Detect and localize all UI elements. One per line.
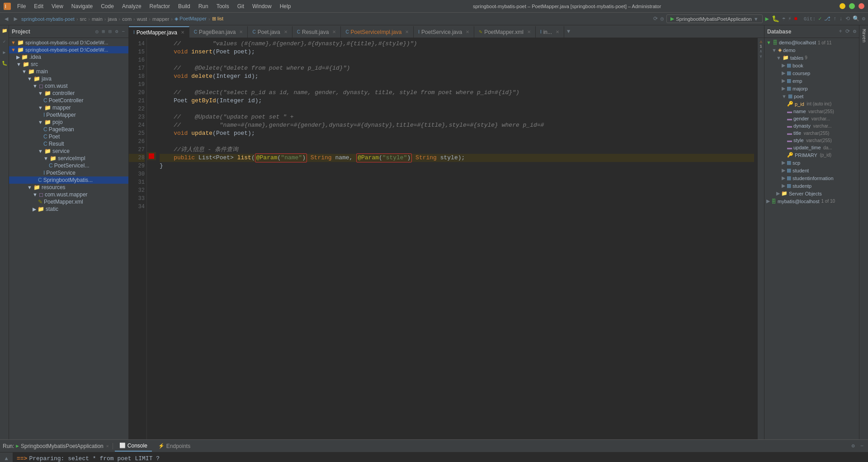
db-item-poet-style[interactable]: ▬ style varchar(255)	[764, 137, 859, 144]
tree-item-serviceimpl[interactable]: ▼ 📁 serviceImpl	[9, 155, 128, 162]
breadcrumb-poetmapper[interactable]: ◈ PoetMapper	[175, 16, 207, 22]
tree-item-poet-class[interactable]: C Poet	[9, 133, 128, 140]
menu-refactor[interactable]: Refactor	[146, 2, 174, 10]
tab-close[interactable]: ✕	[181, 30, 184, 35]
panel-hide-icon[interactable]: −	[121, 28, 126, 35]
menu-window[interactable]: Window	[249, 2, 275, 10]
db-add-icon[interactable]: +	[839, 29, 842, 35]
tree-item-pagebean[interactable]: C PageBean	[9, 126, 128, 133]
breadcrumb-wust[interactable]: wust	[137, 16, 147, 22]
tree-item-root1[interactable]: ▼ 📁 springboot-mybatis-crud D:\Code\W...	[9, 39, 128, 46]
menu-build[interactable]: Build	[175, 2, 194, 10]
db-item-book[interactable]: ▶ ▦ book	[764, 62, 859, 69]
db-item-demo-localhost[interactable]: ▼ 🗄 demo@localhost 1 of 11	[764, 39, 859, 46]
tree-item-main[interactable]: ▼ 📁 main	[9, 68, 128, 75]
tree-item-poetcontroller[interactable]: C PoetController	[9, 97, 128, 104]
tree-item-com-wust[interactable]: ▼ ◻ com.wust	[9, 82, 128, 90]
menu-file[interactable]: File	[14, 2, 29, 10]
db-item-studentinformation[interactable]: ▶ ▦ studentinformation	[764, 174, 859, 182]
run-button[interactable]: ▶	[765, 15, 769, 23]
tab-close[interactable]: ✕	[332, 29, 336, 34]
git-branch[interactable]: ⎇	[824, 15, 830, 22]
db-item-poet-title[interactable]: ▬ title varchar(255)	[764, 129, 859, 137]
tree-item-src[interactable]: ▼ 📁 src	[9, 61, 128, 68]
git-check[interactable]: ✓	[818, 15, 821, 22]
db-item-scp[interactable]: ▶ ▦ scp	[764, 159, 859, 167]
tab-in[interactable]: I in... ✕	[536, 26, 564, 38]
db-item-poet-dynasty[interactable]: ▬ dynasty varchar...	[764, 122, 859, 129]
db-item-server-objects[interactable]: ▶ 📁 Server Objects	[764, 190, 859, 197]
commit-icon[interactable]: ✓	[1, 38, 8, 45]
console-scroll-up[interactable]: ▲	[2, 454, 11, 462]
tree-item-comwustmapper[interactable]: ▼ ◻ com.wust.mapper	[9, 191, 128, 198]
db-item-tables[interactable]: ▼ 📁 tables 9	[764, 54, 859, 62]
breadcrumb-project[interactable]: springboot-mybatis-poet	[21, 16, 75, 22]
breadcrumb-src[interactable]: src	[80, 16, 87, 22]
tree-item-poetservice[interactable]: I PoetService	[9, 169, 128, 176]
tab-poetmapper-java[interactable]: I PoetMapper.java ✕	[129, 26, 189, 38]
endpoints-tab[interactable]: ⚡ Endpoints	[154, 441, 195, 451]
tab-chevron[interactable]: ▼	[564, 29, 573, 35]
db-settings-icon[interactable]: ⚙	[853, 28, 856, 35]
menu-view[interactable]: View	[48, 2, 67, 10]
tree-item-resources[interactable]: ▼ 📁 resources	[9, 184, 128, 191]
run-icon[interactable]: ▶	[1, 49, 8, 56]
db-item-poet[interactable]: ▼ ▦ poet	[764, 92, 859, 100]
menu-edit[interactable]: Edit	[30, 2, 47, 10]
tree-item-result[interactable]: C Result	[9, 140, 128, 148]
db-item-majorp[interactable]: ▶ ▦ majorp	[764, 85, 859, 92]
tab-pagebean[interactable]: C PageBean.java ✕	[189, 26, 248, 38]
menu-tools[interactable]: Tools	[213, 2, 233, 10]
db-item-coursep[interactable]: ▶ ▦ coursep	[764, 69, 859, 77]
db-item-poet-primary[interactable]: 🔑 PRIMARY (p_id)	[764, 151, 859, 159]
run-tab-close[interactable]: ✕	[106, 443, 109, 449]
tree-item-root2[interactable]: ▼ 📁 springboot-mybatis-poet D:\Code\W...	[9, 46, 128, 53]
tree-item-poetmapper-xml[interactable]: ✎ PoetMapper.xml	[9, 198, 128, 205]
tree-item-java[interactable]: ▼ 📁 java	[9, 75, 128, 82]
minimize-button[interactable]	[840, 3, 845, 9]
db-item-poet-updatetime[interactable]: ▬ update_time da...	[764, 144, 859, 151]
db-item-demo-schema[interactable]: ▼ ◈ demo	[764, 46, 859, 54]
menu-code[interactable]: Code	[97, 2, 118, 10]
maximize-button[interactable]	[849, 3, 855, 9]
breadcrumb-com[interactable]: com	[122, 16, 132, 22]
menu-git[interactable]: Git	[234, 2, 248, 10]
panel-collapse-icon[interactable]: ⊟	[108, 28, 113, 35]
git-push[interactable]: ↑	[833, 16, 836, 22]
debug-button[interactable]: 🐛	[772, 15, 779, 23]
panel-settings-icon[interactable]: ⚙	[114, 28, 119, 35]
tree-item-pojo[interactable]: ▼ 📁 pojo	[9, 119, 128, 126]
db-item-mybatis-localhost[interactable]: ▶ 🗄 mybatis@localhost 1 of 10	[764, 197, 859, 205]
bottom-minimize-icon[interactable]: −	[859, 443, 865, 449]
breadcrumb-java[interactable]: java	[108, 16, 117, 22]
stop-button[interactable]: ■	[794, 16, 797, 22]
nav-back-button[interactable]: ◀	[3, 14, 10, 24]
git-pull[interactable]: ↓	[840, 16, 843, 22]
close-button[interactable]	[859, 3, 864, 9]
coverage-button[interactable]: ☂	[782, 15, 785, 22]
search-everywhere-button[interactable]: 🔍	[853, 15, 859, 22]
db-item-poet-pid[interactable]: 🔑 p_id int (auto inc)	[764, 100, 859, 108]
tree-item-static[interactable]: ▶ 📁 static	[9, 205, 128, 213]
tab-close[interactable]: ✕	[239, 29, 243, 34]
code-content[interactable]: // "values (#{name},#{gender},#{dynasty}…	[156, 38, 758, 439]
tab-poetmapper-xml[interactable]: ✎ PoetMapper.xml ✕	[474, 26, 536, 38]
tree-item-mapper[interactable]: ▼ 📁 mapper	[9, 104, 128, 111]
tree-item-poetmapper-java[interactable]: I PoetMapper	[9, 111, 128, 119]
tree-item-controller[interactable]: ▼ 📁 controller	[9, 90, 128, 97]
menu-analyze[interactable]: Analyze	[118, 2, 145, 10]
console-tab[interactable]: ⬜ Console	[115, 441, 152, 452]
project-icon[interactable]: 📁	[1, 27, 8, 34]
menu-navigate[interactable]: Navigate	[68, 2, 96, 10]
tab-close[interactable]: ✕	[556, 29, 559, 34]
run-configuration[interactable]: ▶ SpringbootMybatisPoetApplication ▼	[666, 14, 762, 23]
menu-run[interactable]: Run	[195, 2, 212, 10]
locate-icon[interactable]: ◎	[660, 15, 664, 22]
tab-poetservice[interactable]: I PoetService.java ✕	[414, 26, 474, 38]
profile-button[interactable]: ⚡	[788, 15, 791, 22]
tab-poet[interactable]: C Poet.java ✕	[248, 26, 292, 38]
panel-locate-icon[interactable]: ◎	[94, 28, 99, 35]
db-item-emp[interactable]: ▶ ▦ emp	[764, 77, 859, 85]
debug-sidebar-icon[interactable]: 🐛	[1, 60, 8, 67]
settings-button[interactable]: ⚙	[862, 15, 865, 22]
